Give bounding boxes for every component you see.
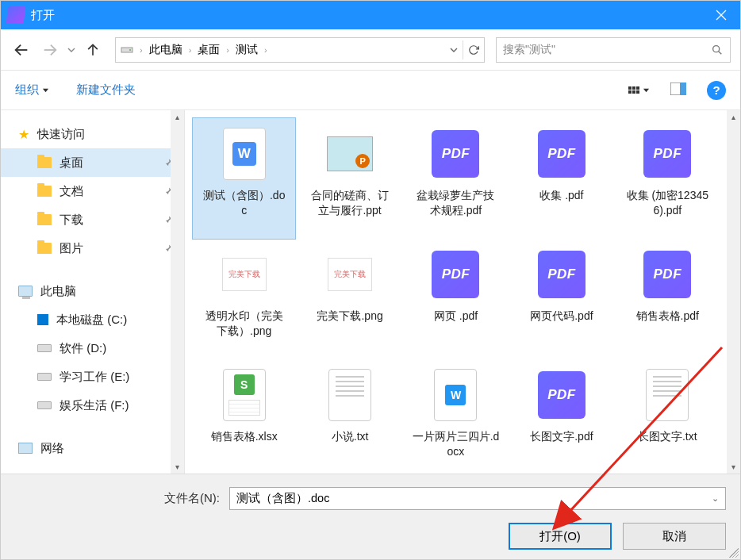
file-item[interactable]: 长图文字.txt	[616, 359, 719, 474]
sidebar-item-drive-c[interactable]: 本地磁盘 (C:)	[1, 305, 184, 334]
file-name: 销售表格.xlsx	[211, 429, 278, 444]
preview-pane-button[interactable]	[670, 82, 686, 98]
pdf-icon: PDF	[432, 130, 479, 178]
footer: 文件名(N): 测试（含图）.doc ⌄ 打开(O) 取消	[1, 474, 740, 559]
xlsx-icon: S	[223, 369, 266, 421]
resize-handle[interactable]	[729, 548, 739, 558]
file-name: 完美下载.png	[317, 309, 382, 324]
ppt-icon: P	[327, 136, 373, 171]
svg-line-8	[719, 51, 722, 54]
cancel-button[interactable]: 取消	[623, 523, 726, 550]
network-icon	[18, 443, 33, 454]
scroll-down-icon[interactable]: ▾	[731, 460, 735, 474]
file-item[interactable]: S销售表格.xlsx	[193, 359, 295, 474]
chevron-down-icon	[643, 86, 650, 94]
file-name: 收集 (加密123456).pdf	[624, 188, 711, 218]
window-title: 打开	[31, 8, 702, 23]
file-item[interactable]: PDF收集 (加密123456).pdf	[616, 118, 719, 239]
breadcrumb-item[interactable]: 桌面	[198, 43, 220, 57]
history-dropdown[interactable]	[67, 43, 75, 57]
svg-rect-12	[680, 82, 686, 95]
open-button[interactable]: 打开(O)	[509, 523, 612, 550]
txt-icon	[328, 369, 371, 421]
scroll-down-icon[interactable]: ▾	[175, 460, 179, 474]
drive-icon	[37, 373, 52, 381]
sidebar: ★ 快速访问 桌面 文档 下载	[1, 110, 185, 474]
scroll-up-icon[interactable]: ▴	[175, 110, 179, 124]
folder-icon	[37, 186, 52, 197]
view-mode-button[interactable]	[628, 86, 650, 94]
forward-button[interactable]	[39, 39, 61, 61]
sidebar-item-documents[interactable]: 文档	[1, 177, 184, 205]
sidebar-item-drive-f[interactable]: 娱乐生活 (F:)	[1, 391, 184, 420]
file-name: 网页 .pdf	[434, 309, 478, 324]
sidebar-item-downloads[interactable]: 下载	[1, 205, 184, 234]
search-placeholder: 搜索"测试"	[503, 43, 555, 57]
disk-icon	[121, 44, 133, 56]
folder-icon	[37, 214, 52, 225]
sidebar-item-drive-e[interactable]: 学习工作 (E:)	[1, 362, 184, 391]
navigation-bar: › 此电脑 › 桌面 › 测试 › 搜索"测试"	[1, 29, 740, 71]
pc-icon	[18, 286, 33, 297]
refresh-icon[interactable]	[468, 44, 479, 56]
chevron-right-icon: ›	[226, 45, 229, 55]
organize-menu[interactable]: 组织	[15, 82, 49, 98]
open-dialog: 打开 › 此电脑 › 桌面 › 测试 ›	[0, 0, 741, 560]
doc-icon: W	[223, 128, 266, 180]
file-item[interactable]: 小说.txt	[298, 359, 401, 474]
pdf-icon: PDF	[538, 251, 586, 298]
file-list-pane: W测试（含图）.docP合同的磋商、订立与履行.pptPDF盆栽绿萝生产技术规程…	[185, 110, 740, 474]
back-button[interactable]	[10, 39, 33, 61]
file-name: 长图文字.txt	[638, 429, 697, 444]
new-folder-button[interactable]: 新建文件夹	[76, 82, 136, 98]
sidebar-item-pictures[interactable]: 图片	[1, 234, 184, 263]
file-name: 合同的磋商、订立与履行.ppt	[306, 188, 394, 218]
windows-icon	[37, 314, 48, 325]
sidebar-scrollbar[interactable]: ▴ ▾	[171, 110, 184, 474]
help-button[interactable]: ?	[707, 81, 726, 100]
sidebar-item-desktop[interactable]: 桌面	[1, 148, 184, 177]
file-name: 网页代码.pdf	[530, 309, 593, 324]
chevron-down-icon[interactable]: ⌄	[712, 493, 719, 504]
chevron-down-icon[interactable]	[450, 46, 458, 54]
breadcrumb[interactable]: › 此电脑 › 桌面 › 测试 ›	[115, 37, 485, 63]
folder-icon	[37, 243, 52, 254]
file-item[interactable]: 完美下载完美下载.png	[298, 239, 401, 359]
file-name: 销售表格.pdf	[636, 309, 699, 324]
star-icon: ★	[18, 127, 29, 142]
app-logo-icon	[6, 6, 25, 24]
scroll-up-icon[interactable]: ▴	[731, 110, 735, 124]
toolbar: 组织 新建文件夹 ?	[1, 71, 740, 110]
folder-icon	[37, 157, 52, 168]
chevron-right-icon: ›	[264, 45, 267, 55]
sidebar-this-pc[interactable]: 此电脑	[1, 277, 184, 305]
sidebar-network[interactable]: 网络	[1, 434, 184, 462]
file-name: 透明水印（完美下载）.png	[201, 309, 288, 339]
file-item[interactable]: PDF盆栽绿萝生产技术规程.pdf	[405, 118, 507, 239]
close-button[interactable]	[702, 1, 740, 29]
search-input[interactable]: 搜索"测试"	[496, 37, 731, 63]
png-icon: 完美下载	[328, 258, 372, 291]
breadcrumb-item[interactable]: 此电脑	[149, 43, 182, 57]
file-item[interactable]: W测试（含图）.doc	[193, 118, 295, 239]
file-item[interactable]: 完美下载透明水印（完美下载）.png	[193, 239, 295, 359]
filename-label: 文件名(N):	[164, 491, 220, 506]
breadcrumb-item[interactable]: 测试	[236, 43, 258, 57]
svg-marker-9	[43, 89, 48, 93]
file-item[interactable]: PDF长图文字.pdf	[510, 359, 612, 474]
sidebar-item-drive-d[interactable]: 软件 (D:)	[1, 334, 184, 362]
file-scrollbar[interactable]: ▴ ▾	[727, 110, 740, 474]
file-name: 一片两片三四片.docx	[412, 429, 499, 459]
body: ★ 快速访问 桌面 文档 下载	[1, 110, 740, 474]
search-icon	[711, 44, 724, 56]
file-item[interactable]: PDF收集 .pdf	[510, 118, 612, 239]
file-item[interactable]: PDF网页代码.pdf	[510, 239, 612, 359]
file-item[interactable]: P合同的磋商、订立与履行.ppt	[298, 118, 401, 239]
file-item[interactable]: PDF销售表格.pdf	[616, 239, 719, 359]
pdf-icon: PDF	[538, 130, 586, 178]
sidebar-quick-access[interactable]: ★ 快速访问	[1, 120, 184, 148]
filename-input[interactable]: 测试（含图）.doc ⌄	[229, 487, 726, 510]
file-item[interactable]: W一片两片三四片.docx	[405, 359, 507, 474]
file-item[interactable]: PDF网页 .pdf	[405, 239, 507, 359]
up-button[interactable]	[82, 39, 104, 61]
